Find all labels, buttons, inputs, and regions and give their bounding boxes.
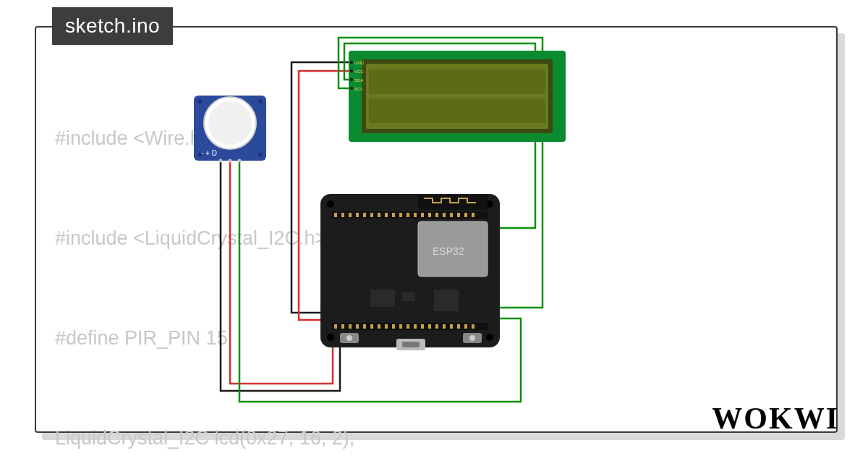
file-tab-label: sketch.ino — [65, 14, 160, 37]
file-tab[interactable]: sketch.ino — [52, 7, 173, 45]
code-line: #include <Wire.h> — [55, 122, 354, 155]
code-line: #include <LiquidCrystal_I2C.h> — [55, 221, 354, 255]
code-line: LiquidCrystal_I2C lcd(0x27, 16, 2); — [55, 421, 354, 455]
logo-text: WOKWI — [712, 402, 839, 435]
code-editor[interactable]: #include <Wire.h> #include <LiquidCrysta… — [55, 55, 354, 456]
wokwi-logo: WOKWI — [712, 401, 839, 436]
code-line: #define PIR_PIN 15 — [55, 321, 354, 355]
